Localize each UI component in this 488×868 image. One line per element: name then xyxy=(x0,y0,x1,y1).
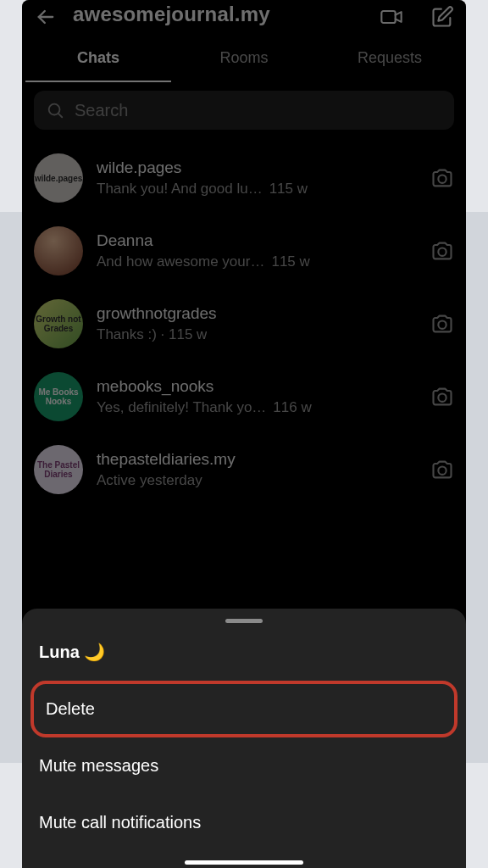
avatar: wilde.pages xyxy=(34,153,83,203)
compose-icon[interactable] xyxy=(430,5,454,29)
svg-point-2 xyxy=(438,175,446,183)
chat-username: mebooks_nooks xyxy=(97,377,417,396)
option-delete[interactable]: Delete xyxy=(30,681,458,737)
svg-point-1 xyxy=(49,104,60,115)
chat-preview: Thank you! And good lu… 115 w xyxy=(97,181,417,198)
app-frame: awesomejournal.my Chats Rooms Requests S… xyxy=(22,0,466,868)
camera-icon[interactable] xyxy=(430,166,454,190)
avatar xyxy=(34,226,83,275)
chat-preview: And how awesome your… 115 w xyxy=(97,253,417,270)
avatar: Growth not Grades xyxy=(34,299,83,348)
back-icon[interactable] xyxy=(34,5,58,29)
tab-requests[interactable]: Requests xyxy=(317,37,463,82)
drag-handle-icon[interactable] xyxy=(225,619,263,623)
svg-point-6 xyxy=(438,467,446,475)
camera-icon[interactable] xyxy=(430,239,454,263)
chat-username: wilde.pages xyxy=(97,159,417,177)
svg-point-3 xyxy=(438,248,446,256)
header: awesomejournal.my xyxy=(22,0,466,37)
chat-username: Deanna xyxy=(97,231,417,250)
avatar: The Pastel Diaries xyxy=(34,445,83,494)
tabs: Chats Rooms Requests xyxy=(22,37,466,82)
chat-row[interactable]: The Pastel Diaries thepasteldiaries.my A… xyxy=(22,433,466,506)
tab-chats[interactable]: Chats xyxy=(25,37,171,82)
camera-icon[interactable] xyxy=(430,458,454,481)
chat-row[interactable]: Deanna And how awesome your… 115 w xyxy=(22,214,466,287)
camera-icon[interactable] xyxy=(430,312,454,336)
avatar: Me Books Nooks xyxy=(34,372,83,421)
chat-list: wilde.pages wilde.pages Thank you! And g… xyxy=(22,142,466,506)
chat-preview: Yes, definitely! Thank yo… 116 w xyxy=(97,399,417,416)
camera-icon[interactable] xyxy=(430,385,454,409)
video-call-icon[interactable] xyxy=(380,5,403,29)
chat-preview: Thanks :) · 115 w xyxy=(97,326,417,343)
bottom-sheet: Luna 🌙 Delete Mute messages Mute call no… xyxy=(22,609,466,868)
sheet-title: Luna 🌙 xyxy=(22,642,466,681)
search-icon xyxy=(46,101,64,120)
tab-rooms[interactable]: Rooms xyxy=(171,37,317,82)
chat-username: thepasteldiaries.my xyxy=(97,450,417,469)
svg-rect-0 xyxy=(381,11,395,23)
search-placeholder: Search xyxy=(75,101,128,120)
chat-preview: Active yesterday xyxy=(97,472,417,489)
chat-row[interactable]: wilde.pages wilde.pages Thank you! And g… xyxy=(22,142,466,214)
chat-row[interactable]: Growth not Grades growthnotgrades Thanks… xyxy=(22,287,466,360)
svg-point-4 xyxy=(438,321,446,329)
chat-username: growthnotgrades xyxy=(97,304,417,323)
page-title[interactable]: awesomejournal.my xyxy=(73,3,352,26)
search-input[interactable]: Search xyxy=(34,91,454,130)
svg-point-5 xyxy=(438,394,446,402)
chat-row[interactable]: Me Books Nooks mebooks_nooks Yes, defini… xyxy=(22,360,466,433)
option-mute-calls[interactable]: Mute call notifications xyxy=(22,794,466,851)
option-mute-messages[interactable]: Mute messages xyxy=(22,737,466,794)
home-indicator[interactable] xyxy=(185,860,303,865)
